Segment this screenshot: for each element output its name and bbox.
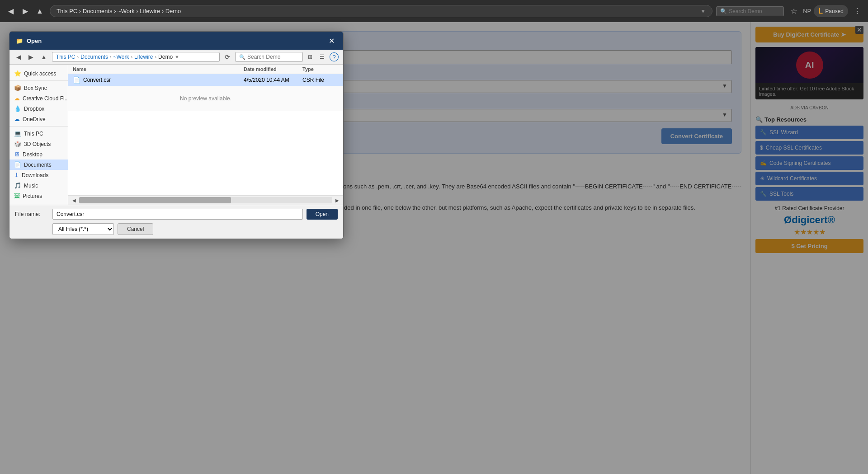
nav-up-button[interactable]: ▲ — [33, 5, 46, 18]
address-bar[interactable]: This PC › Documents › ~Work › Lifewire ›… — [50, 5, 712, 17]
paused-label: Paused — [825, 8, 844, 14]
browser-search-box[interactable]: 🔍 — [716, 6, 784, 16]
browser-search-icon: 🔍 — [720, 8, 727, 14]
browser-chrome: ◀ ▶ ▲ This PC › Documents › ~Work › Life… — [0, 0, 868, 22]
breadcrumb-dropdown-icon: ▼ — [700, 8, 706, 14]
browser-search-input[interactable] — [729, 8, 780, 14]
nav-forward-button[interactable]: ▶ — [19, 5, 32, 18]
user-initials: NP — [803, 8, 811, 14]
browser-nav-buttons: ◀ ▶ ▲ — [5, 5, 46, 18]
browser-menu-button[interactable]: ⋮ — [851, 5, 863, 18]
nav-back-button[interactable]: ◀ — [5, 5, 17, 18]
profile-avatar: L — [818, 6, 823, 16]
address-text: This PC › Documents › ~Work › Lifewire ›… — [57, 8, 698, 14]
browser-actions: ☆ NP L Paused ⋮ — [788, 5, 863, 18]
bookmark-icon[interactable]: ☆ — [788, 5, 800, 18]
paused-status: L Paused — [814, 5, 848, 17]
